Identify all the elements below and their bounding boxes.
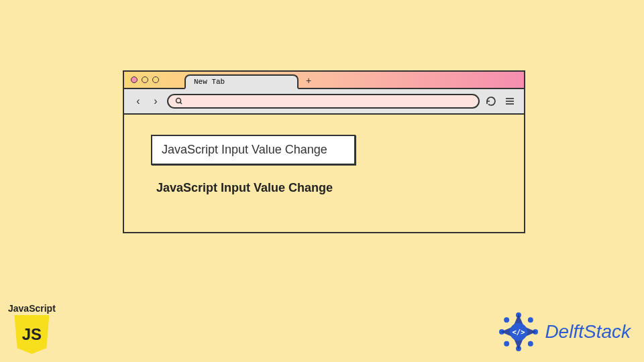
delftstack-badge-icon: </> [496,310,541,354]
maximize-icon[interactable] [152,76,159,83]
svg-point-12 [504,317,510,322]
js-logo-label: JavaScript [8,303,56,314]
search-icon [175,97,183,105]
text-input[interactable]: JavaScript Input Value Change [151,135,356,165]
chevron-right-icon: › [154,95,157,107]
window-controls [131,76,159,83]
close-icon[interactable] [131,76,138,83]
svg-line-1 [180,103,182,105]
address-bar[interactable] [167,94,480,109]
browser-window: New Tab + ‹ › [123,70,525,233]
tab-label: New Tab [194,78,225,86]
forward-button[interactable]: › [150,94,162,109]
menu-button[interactable] [504,95,516,107]
delftstack-logo: </> DelftStack [496,310,631,354]
svg-point-10 [504,341,510,347]
content-area: JavaScript Input Value Change JavaScript… [124,115,524,232]
javascript-logo: JavaScript JS [8,303,56,354]
svg-point-8 [528,341,533,347]
refresh-icon [486,96,496,107]
minimize-icon[interactable] [142,76,148,83]
input-value: JavaScript Input Value Change [162,143,327,156]
chevron-left-icon: ‹ [136,95,140,107]
refresh-button[interactable] [485,95,497,107]
output-text: JavaScript Input Value Change [156,181,497,195]
hamburger-icon [504,96,515,107]
plus-icon: + [306,75,311,86]
new-tab-button[interactable]: + [303,74,315,86]
title-bar: New Tab + [124,72,524,89]
toolbar-right [485,95,516,107]
svg-point-6 [528,317,533,322]
toolbar: ‹ › [124,89,524,115]
delftstack-label: DelftStack [545,321,631,343]
browser-tab[interactable]: New Tab [184,74,299,89]
back-button[interactable]: ‹ [132,94,144,109]
svg-point-0 [176,99,181,103]
svg-text:</>: </> [513,328,525,336]
js-shield-icon: JS [14,315,49,354]
